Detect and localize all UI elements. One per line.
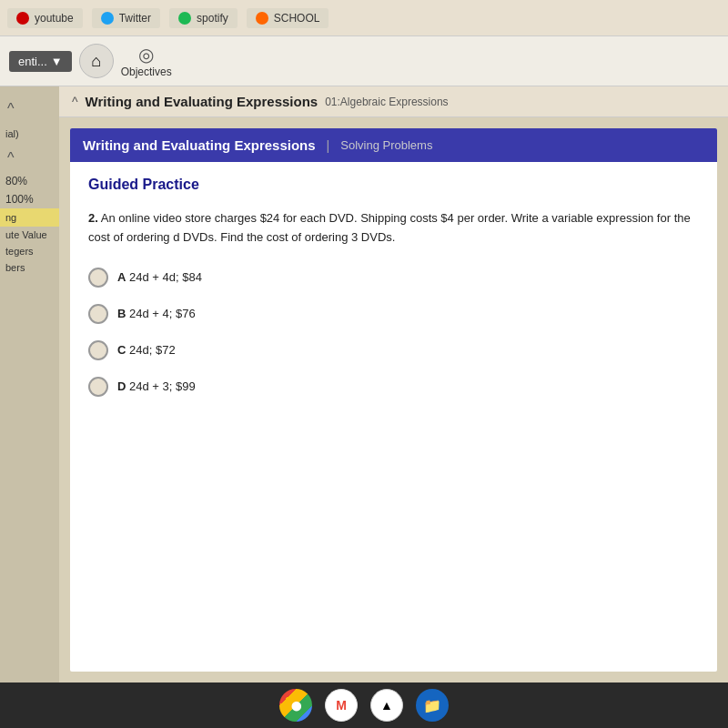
taskbar-drive-icon[interactable]: ▲ [370, 689, 403, 722]
content-card: Writing and Evaluating Expressions | Sol… [70, 128, 717, 672]
sidebar-item-tegers: tegers [0, 243, 39, 259]
content-area: ^ Writing and Evaluating Expressions 01:… [59, 86, 728, 682]
card-header-title: Writing and Evaluating Expressions [83, 137, 316, 153]
radio-a[interactable] [88, 268, 108, 288]
sidebar-collapse-arrow[interactable]: ^ [0, 96, 22, 123]
enti-label: enti... [18, 55, 47, 68]
card-header-sub: Solving Problems [340, 138, 432, 152]
option-b-label: B 24d + 4; $76 [117, 307, 196, 320]
taskbar-gmail-icon[interactable]: M [325, 689, 358, 722]
enti-button[interactable]: enti... ▼ [9, 51, 72, 72]
radio-b[interactable] [88, 304, 108, 324]
taskbar: ⬤ M ▲ 📁 [0, 682, 728, 728]
spotify-icon [178, 12, 191, 25]
youtube-icon [16, 12, 29, 25]
home-icon: ⌂ [91, 52, 101, 71]
tab-youtube-label: youtube [35, 12, 74, 25]
tab-spotify[interactable]: spotify [169, 8, 238, 28]
home-button[interactable]: ⌂ [79, 44, 114, 78]
objectives-label: Objectives [121, 66, 172, 78]
option-b-letter: B [117, 307, 126, 320]
enti-chevron-icon: ▼ [51, 55, 63, 68]
taskbar-chrome-icon[interactable]: ⬤ [279, 689, 312, 722]
breadcrumb-title: Writing and Evaluating Expressions [86, 94, 318, 109]
sidebar-item-ial: ial) [0, 123, 25, 145]
option-a-letter: A [117, 270, 126, 284]
card-header: Writing and Evaluating Expressions | Sol… [70, 128, 717, 162]
radio-d[interactable] [88, 377, 108, 397]
option-d[interactable]: D 24d + 3; $99 [88, 377, 699, 397]
browser-tab-bar: youtube Twitter spotify SCHOOL [0, 0, 728, 36]
option-d-text: 24d + 3; $99 [129, 379, 196, 393]
breadcrumb-sub: 01:Algebraic Expressions [325, 96, 448, 108]
nav-bar: enti... ▼ ⌂ ◎ Objectives [0, 36, 728, 86]
breadcrumb: ^ Writing and Evaluating Expressions 01:… [59, 86, 728, 117]
objectives-button[interactable]: ◎ Objectives [121, 44, 172, 78]
option-c-text: 24d; $72 [129, 343, 176, 357]
sidebar-item-ute-value: ute Value [0, 227, 53, 243]
tab-spotify-label: spotify [197, 12, 228, 25]
option-d-label: D 24d + 3; $99 [117, 379, 196, 393]
sidebar-item-ng: ng [0, 208, 59, 227]
option-c[interactable]: C 24d; $72 [88, 340, 699, 360]
tab-school[interactable]: SCHOOL [247, 8, 329, 28]
guided-practice-heading: Guided Practice [88, 177, 699, 193]
sidebar-item-bers: bers [0, 259, 30, 276]
tab-youtube[interactable]: youtube [7, 8, 83, 28]
option-d-letter: D [117, 379, 126, 393]
radio-c[interactable] [88, 340, 108, 360]
option-c-letter: C [117, 343, 126, 357]
option-a-label: A 24d + 4d; $84 [117, 270, 202, 284]
main-layout: ^ ial) ^ 80% 100% ng ute Value tegers be… [0, 86, 728, 682]
tab-twitter[interactable]: Twitter [92, 8, 160, 28]
tab-school-label: SCHOOL [274, 12, 320, 25]
taskbar-folder-icon[interactable]: 📁 [416, 689, 449, 722]
option-b[interactable]: B 24d + 4; $76 [88, 304, 699, 324]
option-c-label: C 24d; $72 [117, 343, 176, 357]
card-header-divider: | [327, 138, 330, 153]
sidebar: ^ ial) ^ 80% 100% ng ute Value tegers be… [0, 86, 59, 682]
sidebar-pct-100: 100% [0, 190, 39, 208]
option-a-text: 24d + 4d; $84 [129, 270, 202, 284]
objectives-icon: ◎ [138, 44, 154, 66]
question-text: 2. An online video store charges $24 for… [88, 209, 699, 248]
school-icon [256, 12, 268, 25]
tab-twitter-label: Twitter [119, 12, 151, 25]
option-b-text: 24d + 4; $76 [129, 307, 196, 320]
sidebar-collapse-arrow-2[interactable]: ^ [0, 145, 22, 172]
question-number: 2. [88, 211, 98, 225]
breadcrumb-collapse-icon[interactable]: ^ [72, 95, 78, 109]
card-body: Guided Practice 2. An online video store… [70, 162, 717, 428]
option-a[interactable]: A 24d + 4d; $84 [88, 268, 699, 288]
question-body: An online video store charges $24 for ea… [88, 211, 691, 244]
sidebar-pct-80: 80% [0, 172, 33, 190]
twitter-icon [101, 12, 114, 25]
